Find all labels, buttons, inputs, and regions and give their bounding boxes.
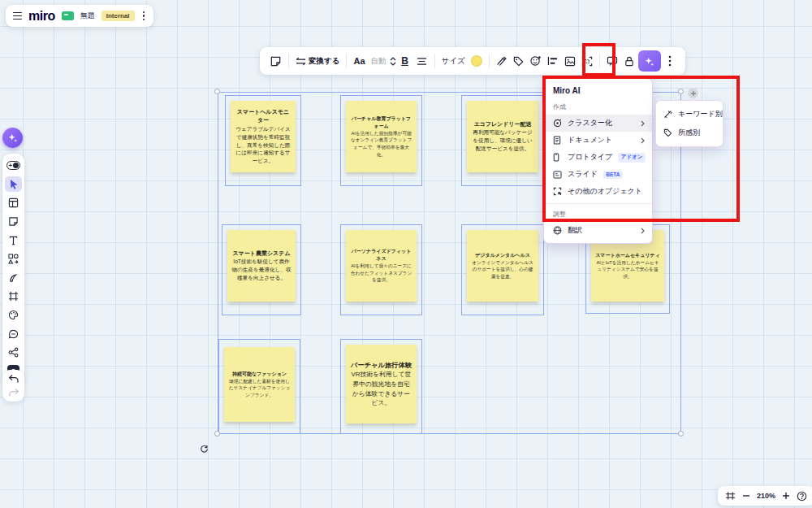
note-outline: 持続可能なファッション 環境に配慮した素材を使用したサステイナブルファッションブ… [218,339,300,434]
note-outline: エコフレンドリー配送 再利用可能なパッケージを使用し、環境に優しい配送サービスを… [461,95,544,186]
chevron-up-icon [390,57,396,61]
plus-icon [690,90,697,97]
help-icon [797,491,807,501]
sticky-note[interactable]: デジタルメンタルヘルス オンラインでメンタルヘルスのサポートを提供し、心の健康を… [467,230,538,302]
sticky-note[interactable]: バーチャル旅行体験 VR技術を利用して世界中の観光地を自宅から体験できるサービス… [346,345,417,423]
tool-share-nodes[interactable] [5,345,22,360]
shapes-icon [8,254,19,264]
font-family-button[interactable]: Aa [351,50,367,72]
rotate-handle[interactable] [200,442,209,457]
miro-board-canvas[interactable]: スマートヘルスモニター ウェアラブルデバイスで健康状態を常時監視し、異常を検知し… [0,0,812,508]
main-menu-button[interactable] [13,12,22,20]
sticky-note-type-button[interactable] [267,50,284,72]
emoji-plus-icon [530,55,542,67]
keyword-icon [663,110,672,119]
menu-item-label: その他のオブジェクト [568,186,642,197]
insert-image-button[interactable] [562,50,578,72]
convert-label: 変換する [309,56,339,67]
tool-comment[interactable] [5,326,22,341]
submenu-item-label: 所感別 [678,128,700,138]
redo-button[interactable] [8,389,19,397]
zoom-in-button[interactable] [782,492,790,500]
slides-icon [553,170,562,179]
add-reaction-button[interactable] [528,50,544,72]
sticky-note[interactable]: バーチャル教育プラットフォーム AIを活用した個別指導が可能なオンライン教育プラ… [346,101,417,172]
sticky-note[interactable]: スマートヘルスモニター ウェアラブルデバイスで健康状態を常時監視し、異常を検知し… [231,101,296,172]
sticky-title: スマートホームセキュリティ [595,252,660,259]
zoom-level[interactable]: 210% [757,492,775,500]
plus-icon [782,492,790,500]
color-swatch-button[interactable] [469,50,485,72]
selection-handle-top-right[interactable] [678,89,684,94]
sticky-note-icon [8,216,19,227]
sticky-note[interactable]: スマート農業システム IoT技術を駆使して農作物の生産を最適化し、収穫量を向上さ… [227,230,296,302]
selection-handle-bottom-left[interactable] [214,431,220,436]
ai-menu-item-prototype[interactable]: プロトタイプ アドオン [544,149,652,166]
sticky-body: オンラインでメンタルヘルスのサポートを提供し、心の健康を促進。 [471,259,534,280]
sticky-note[interactable]: エコフレンドリー配送 再利用可能なパッケージを使用し、環境に優しい配送サービスを… [467,101,538,172]
tool-select[interactable] [5,176,22,192]
tool-toggle[interactable]: + [5,158,22,173]
clusterize-icon [553,119,562,128]
board-title[interactable]: 無題 [80,11,95,21]
submenu-item-by-keyword[interactable]: キーワード別 [656,105,723,124]
tag-button[interactable] [511,50,527,72]
note-outline: スマート農業システム IoT技術を駆使して農作物の生産を最適化し、収穫量を向上さ… [222,224,301,315]
menu-item-label: クラスター化 [568,118,612,128]
present-cards-button[interactable] [604,50,620,72]
sticky-note[interactable]: パーソナライズドフィットネス AIを利用して個々のニーズに合わせたフィットネスプ… [346,230,417,302]
tool-shapes[interactable] [5,251,22,267]
fit-to-screen-button[interactable] [725,491,736,501]
sticky-body: AIを利用して個々のニーズに合わせたフィットネスプランを提供。 [350,263,412,284]
tool-templates[interactable] [5,195,22,211]
quick-add-button[interactable] [688,88,698,98]
convert-button[interactable]: 変換する [293,50,342,72]
ai-menu-item-other-objects[interactable]: その他のオブジェクト [544,183,652,200]
font-size-stepper[interactable] [390,57,396,66]
board-options-button[interactable] [141,11,146,20]
zoom-controls: 210% [718,486,812,506]
tool-pen[interactable] [5,270,22,285]
sticky-title: バーチャル旅行体験 [351,360,412,370]
sidebar-miro-ai-button[interactable] [2,128,23,148]
cursor-icon [9,179,19,189]
align-objects-button[interactable] [545,50,561,72]
board-color-icon [62,11,74,20]
tool-text[interactable] [5,232,22,248]
app-header: miro 無題 Internal [6,5,153,27]
ai-sparkle-icon [7,132,18,143]
miro-logo[interactable]: miro [28,9,55,24]
help-button[interactable] [797,491,807,501]
palette-icon [8,310,19,320]
tool-frame[interactable] [5,289,22,304]
chevron-right-icon [641,228,645,234]
chevron-right-icon [641,137,645,144]
share-nodes-icon [8,347,19,358]
sticky-note[interactable]: 持続可能なファッション 環境に配慮した素材を使用したサステイナブルファッションブ… [224,347,295,422]
font-size-value[interactable]: 自動 [369,50,389,72]
frame-selection-button[interactable] [579,50,595,72]
miro-ai-button[interactable] [638,50,661,72]
toolbar-more-button[interactable] [662,50,678,72]
addon-badge: アドオン [618,153,646,163]
yellow-swatch-icon [471,55,482,67]
zoom-out-button[interactable] [742,492,750,500]
ai-menu-item-translate[interactable]: 翻訳 [544,222,652,239]
highlighter-button[interactable] [494,50,510,72]
selection-handle-bottom-right[interactable] [678,431,684,436]
internal-badge: Internal [102,11,135,21]
selection-handle-top-left[interactable] [214,89,220,94]
text-align-button[interactable] [414,50,430,72]
tool-sticky-note[interactable] [5,214,22,229]
lock-button[interactable] [621,50,637,72]
undo-button[interactable] [8,375,19,383]
submenu-item-by-sentiment[interactable]: 所感別 [656,124,723,142]
ai-menu-item-clusterize[interactable]: クラスター化 [544,115,652,132]
ai-menu-item-slides[interactable]: スライド BETA [544,166,652,183]
note-outline: スマートヘルスモニター ウェアラブルデバイスで健康状態を常時監視し、異常を検知し… [225,95,301,186]
lock-icon [624,56,634,67]
bold-button[interactable]: B [397,50,413,72]
tool-color-palette[interactable] [5,307,22,323]
size-button[interactable]: サイズ [439,50,468,72]
ai-menu-item-document[interactable]: ドキュメント [544,132,652,149]
